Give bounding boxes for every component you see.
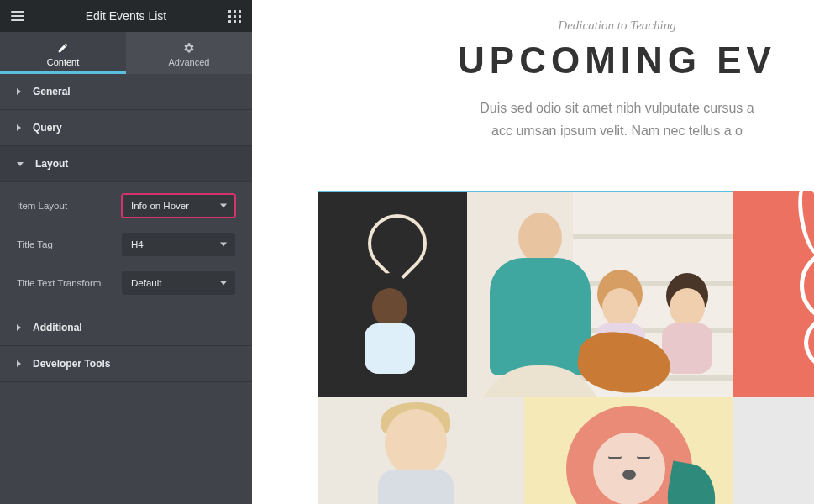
item-layout-label: Item Layout [17,201,67,211]
title-tag-label: Title Tag [17,239,53,249]
item-layout-value: Info on Hover [131,201,189,211]
control-item-layout: Item Layout Info on Hover [17,194,235,218]
gallery-tile[interactable] [318,191,733,397]
section-additional-label: Additional [33,322,82,333]
caret-right-icon [17,124,21,131]
section-layout-label: Layout [35,158,68,170]
caret-right-icon [17,324,21,331]
gallery-tile[interactable] [524,397,733,504]
section-query[interactable]: Query [0,110,252,146]
page-preview: Dedication to Teaching UPCOMING EV Duis … [252,0,814,504]
control-title-transform: Title Text Transform Default [17,271,235,295]
tab-advanced-label: Advanced [169,57,210,67]
hamburger-icon [11,15,24,17]
section-additional[interactable]: Additional [0,310,252,346]
title-transform-label: Title Text Transform [17,278,101,288]
page-heading: UPCOMING EV [420,39,814,81]
section-general-label: General [33,86,71,97]
panel-tabs: Content Advanced [0,32,252,74]
chevron-down-icon [220,204,227,208]
editor-sidebar: Edit Events List Content Advanced Genera… [0,0,252,504]
tab-content-label: Content [47,57,80,67]
control-title-tag: Title Tag H4 [17,233,235,256]
caret-right-icon [17,360,21,367]
caret-right-icon [17,88,21,95]
pencil-icon [57,42,69,54]
apps-button[interactable] [225,7,244,25]
apps-grid-icon [228,10,241,23]
section-query-label: Query [33,122,62,134]
chevron-down-icon [220,243,227,247]
tagline: Dedication to Teaching [420,18,814,33]
events-gallery [318,191,814,504]
gallery-tile[interactable] [733,191,814,397]
item-layout-select[interactable]: Info on Hover [122,194,235,218]
sidebar-topbar: Edit Events List [0,0,252,32]
title-transform-select[interactable]: Default [122,271,235,295]
title-tag-value: H4 [131,239,144,249]
section-developer-label: Developer Tools [33,358,110,370]
title-transform-value: Default [131,278,161,288]
caret-down-icon [17,162,24,166]
section-developer[interactable]: Developer Tools [0,346,252,382]
title-tag-select[interactable]: H4 [122,233,235,256]
gallery-tile[interactable] [318,397,524,504]
section-general[interactable]: General [0,74,252,110]
tab-advanced[interactable]: Advanced [126,32,252,74]
menu-button[interactable] [8,7,27,25]
chevron-down-icon [220,281,227,286]
layout-controls: Item Layout Info on Hover Title Tag H4 T… [0,182,252,310]
subtext-line-1: Duis sed odio sit amet nibh vulputate cu… [420,97,814,119]
panel-title: Edit Events List [86,9,167,23]
section-layout[interactable]: Layout [0,146,252,182]
gallery-tile[interactable] [733,397,814,504]
gear-icon [183,42,195,54]
tab-content[interactable]: Content [0,32,126,74]
subtext-line-2: acc umsan ipsum velit. Nam nec tellus a … [420,119,814,142]
